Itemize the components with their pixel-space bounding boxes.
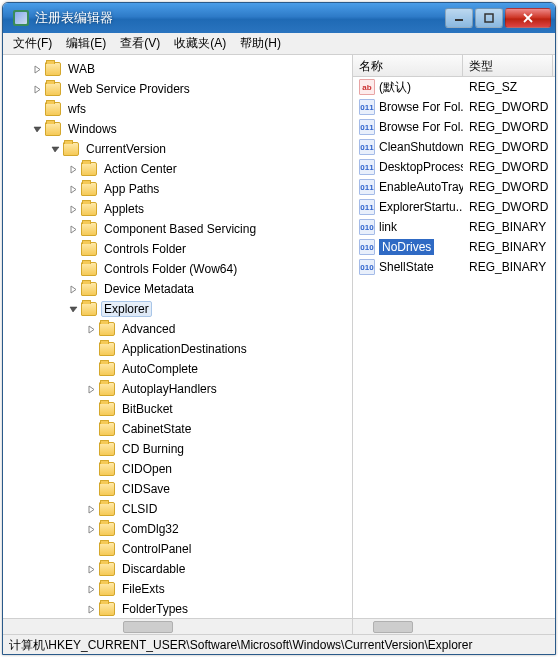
expander-placeholder: [85, 483, 97, 495]
scrollbar-thumb[interactable]: [123, 621, 173, 633]
menu-help[interactable]: 帮助(H): [234, 33, 287, 54]
menu-edit[interactable]: 编辑(E): [60, 33, 112, 54]
menu-file[interactable]: 文件(F): [7, 33, 58, 54]
scrollbar-thumb[interactable]: [373, 621, 413, 633]
folder-icon: [45, 102, 61, 116]
tree-item[interactable]: ApplicationDestinations: [3, 339, 352, 359]
value-type-cell: REG_BINARY: [463, 240, 553, 254]
tree-item[interactable]: ComDlg32: [3, 519, 352, 539]
folder-icon: [99, 582, 115, 596]
tree-item[interactable]: BitBucket: [3, 399, 352, 419]
tree-item[interactable]: Windows: [3, 119, 352, 139]
folder-icon: [81, 182, 97, 196]
tree-item[interactable]: Discardable: [3, 559, 352, 579]
tree-horizontal-scrollbar[interactable]: [3, 618, 352, 634]
tree-item[interactable]: Controls Folder (Wow64): [3, 259, 352, 279]
folder-icon: [99, 322, 115, 336]
tree-item[interactable]: ControlPanel: [3, 539, 352, 559]
expand-icon[interactable]: [67, 203, 79, 215]
tree-item[interactable]: Explorer: [3, 299, 352, 319]
expand-icon[interactable]: [67, 183, 79, 195]
tree-item-label: Web Service Providers: [65, 81, 193, 97]
tree-item[interactable]: CurrentVersion: [3, 139, 352, 159]
tree-item[interactable]: CIDSave: [3, 479, 352, 499]
folder-icon: [99, 362, 115, 376]
registry-tree[interactable]: WABWeb Service ProviderswfsWindowsCurren…: [3, 55, 352, 618]
tree-item[interactable]: Action Center: [3, 159, 352, 179]
tree-item-label: Applets: [101, 201, 147, 217]
tree-item[interactable]: FolderTypes: [3, 599, 352, 618]
tree-item[interactable]: CD Burning: [3, 439, 352, 459]
collapse-icon[interactable]: [31, 123, 43, 135]
tree-item-label: FolderTypes: [119, 601, 191, 617]
value-row[interactable]: 011EnableAutoTrayREG_DWORD: [353, 177, 555, 197]
values-horizontal-scrollbar[interactable]: [353, 618, 555, 634]
tree-item[interactable]: Device Metadata: [3, 279, 352, 299]
value-type-cell: REG_DWORD: [463, 200, 553, 214]
expander-placeholder: [85, 363, 97, 375]
values-header: 名称 类型: [353, 55, 555, 77]
folder-icon: [99, 442, 115, 456]
column-header-type[interactable]: 类型: [463, 55, 553, 76]
expand-icon[interactable]: [85, 563, 97, 575]
window-title: 注册表编辑器: [35, 9, 445, 27]
folder-icon: [81, 202, 97, 216]
value-name-cell: 010link: [353, 219, 463, 235]
value-row[interactable]: 010linkREG_BINARY: [353, 217, 555, 237]
tree-item[interactable]: FileExts: [3, 579, 352, 599]
tree-item[interactable]: Controls Folder: [3, 239, 352, 259]
tree-item[interactable]: WAB: [3, 59, 352, 79]
collapse-icon[interactable]: [49, 143, 61, 155]
value-name: DesktopProcess: [379, 160, 463, 174]
tree-item[interactable]: App Paths: [3, 179, 352, 199]
folder-icon: [99, 342, 115, 356]
value-row[interactable]: 011Browse For Fol...REG_DWORD: [353, 117, 555, 137]
expander-placeholder: [85, 543, 97, 555]
minimize-button[interactable]: [445, 8, 473, 28]
tree-item[interactable]: Applets: [3, 199, 352, 219]
tree-item[interactable]: wfs: [3, 99, 352, 119]
value-type-cell: REG_DWORD: [463, 140, 553, 154]
value-row[interactable]: 011DesktopProcessREG_DWORD: [353, 157, 555, 177]
tree-item[interactable]: CIDOpen: [3, 459, 352, 479]
tree-item-label: AutoComplete: [119, 361, 201, 377]
string-value-icon: ab: [359, 79, 375, 95]
expand-icon[interactable]: [31, 63, 43, 75]
expand-icon[interactable]: [85, 523, 97, 535]
value-row[interactable]: 011Browse For Fol...REG_DWORD: [353, 97, 555, 117]
menu-favorites[interactable]: 收藏夹(A): [168, 33, 232, 54]
tree-item[interactable]: CabinetState: [3, 419, 352, 439]
expand-icon[interactable]: [85, 383, 97, 395]
tree-item-label: ComDlg32: [119, 521, 182, 537]
expand-icon[interactable]: [67, 163, 79, 175]
collapse-icon[interactable]: [67, 303, 79, 315]
value-row[interactable]: 010NoDrivesREG_BINARY: [353, 237, 555, 257]
tree-item-label: FileExts: [119, 581, 168, 597]
expand-icon[interactable]: [85, 323, 97, 335]
expand-icon[interactable]: [85, 503, 97, 515]
value-row[interactable]: 011ExplorerStartu...REG_DWORD: [353, 197, 555, 217]
close-button[interactable]: [505, 8, 551, 28]
tree-item[interactable]: AutoComplete: [3, 359, 352, 379]
tree-item[interactable]: Component Based Servicing: [3, 219, 352, 239]
tree-item[interactable]: Advanced: [3, 319, 352, 339]
titlebar[interactable]: 注册表编辑器: [3, 3, 555, 33]
column-header-name[interactable]: 名称: [353, 55, 463, 76]
expand-icon[interactable]: [67, 283, 79, 295]
menu-view[interactable]: 查看(V): [114, 33, 166, 54]
expand-icon[interactable]: [85, 583, 97, 595]
value-row[interactable]: ab(默认)REG_SZ: [353, 77, 555, 97]
value-row[interactable]: 010ShellStateREG_BINARY: [353, 257, 555, 277]
tree-item[interactable]: CLSID: [3, 499, 352, 519]
value-row[interactable]: 011CleanShutdownREG_DWORD: [353, 137, 555, 157]
maximize-button[interactable]: [475, 8, 503, 28]
tree-item[interactable]: Web Service Providers: [3, 79, 352, 99]
expand-icon[interactable]: [31, 83, 43, 95]
values-list[interactable]: ab(默认)REG_SZ011Browse For Fol...REG_DWOR…: [353, 77, 555, 618]
expand-icon[interactable]: [67, 223, 79, 235]
tree-item[interactable]: AutoplayHandlers: [3, 379, 352, 399]
tree-item-label: ApplicationDestinations: [119, 341, 250, 357]
tree-scroll[interactable]: WABWeb Service ProviderswfsWindowsCurren…: [3, 55, 352, 618]
folder-icon: [99, 602, 115, 616]
expand-icon[interactable]: [85, 603, 97, 615]
